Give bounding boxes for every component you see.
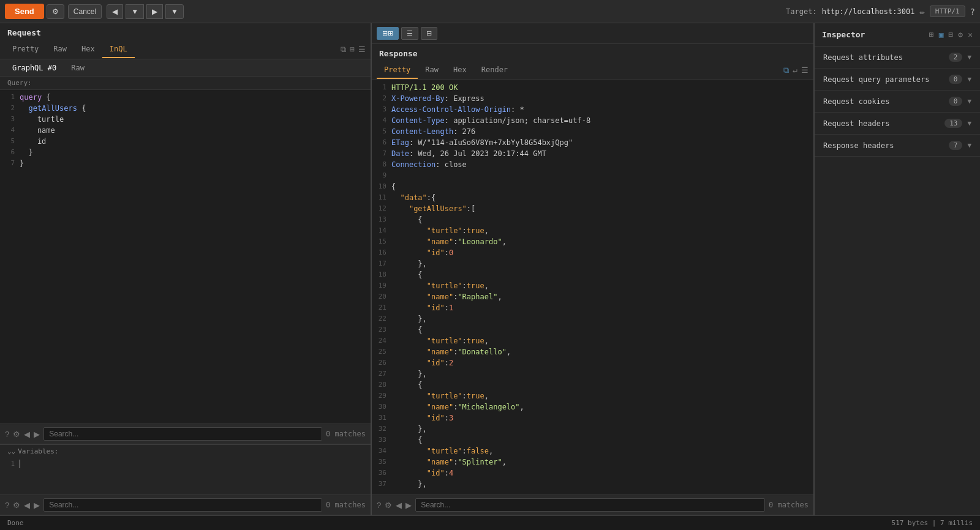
variables-label: Variables: — [18, 447, 58, 455]
inspector-section-3[interactable]: Request headers13▼ — [815, 113, 980, 135]
table-row: 2 getAllUsers { — [0, 103, 371, 114]
inspector-section-0[interactable]: Request attributes2▼ — [815, 47, 980, 69]
inspector-close-icon[interactable]: ✕ — [968, 30, 973, 39]
table-row: 36 "id":4 — [372, 468, 813, 479]
variables-body[interactable]: 1 — [0, 458, 371, 495]
table-row: 33 { — [372, 435, 813, 446]
request-bottom-match-count: 0 matches — [326, 501, 366, 509]
response-tab-pretty[interactable]: Pretty — [377, 62, 418, 79]
inspector-grid-icon[interactable]: ⊞ — [929, 30, 934, 39]
table-row: 1query { — [0, 92, 371, 103]
request-bottom-search-prev-button[interactable]: ◀ — [24, 501, 30, 510]
response-tab-icons: ⧉ ↵ ☰ — [783, 65, 809, 75]
request-subtabs-bar: GraphQL #0 Raw — [0, 59, 371, 77]
inspector-settings-icon[interactable]: ⚙ — [958, 30, 963, 39]
request-bottom-search-help-button[interactable]: ? — [5, 501, 9, 510]
nav-forward-button[interactable]: ▶ — [146, 4, 163, 19]
subtab-graphql[interactable]: GraphQL #0 — [5, 61, 64, 75]
table-row: 3Access-Control-Allow-Origin: * — [372, 105, 813, 116]
expand-icon[interactable]: ⊞ — [350, 45, 355, 54]
nav-dropdown-button[interactable]: ▼ — [126, 4, 144, 19]
request-match-count: 0 matches — [326, 430, 366, 438]
table-row: 7} — [0, 159, 371, 170]
tab-icons: ⧉ ⊞ ☰ — [341, 45, 366, 54]
request-search-settings-button[interactable]: ⚙ — [13, 430, 20, 439]
table-row: 11 "data":{ — [372, 193, 813, 204]
response-search-settings-button[interactable]: ⚙ — [385, 501, 392, 510]
send-button[interactable]: Send — [5, 4, 44, 19]
inspector-section-1[interactable]: Request query parameters0▼ — [815, 69, 980, 91]
table-row: 17 }, — [372, 259, 813, 270]
table-row: 9 — [372, 171, 813, 182]
settings-button[interactable]: ⚙ — [47, 4, 64, 19]
tab-hex[interactable]: Hex — [74, 41, 102, 58]
request-search-input[interactable] — [43, 427, 322, 441]
inspector-title: Inspector — [822, 30, 929, 39]
view-columns-button[interactable]: ⊟ — [421, 27, 437, 40]
table-row: 13 { — [372, 215, 813, 226]
table-row: 21 "id":1 — [372, 303, 813, 314]
subtab-raw[interactable]: Raw — [64, 61, 92, 75]
inspector-section-2[interactable]: Request cookies0▼ — [815, 91, 980, 113]
tab-pretty[interactable]: Pretty — [5, 41, 46, 58]
table-row: 4Content-Type: application/json; charset… — [372, 116, 813, 127]
request-bottom-search-input[interactable] — [43, 498, 322, 512]
table-row: 3 turtle — [0, 114, 371, 125]
table-row: 27 }, — [372, 369, 813, 380]
copy-icon[interactable]: ⧉ — [341, 45, 346, 54]
nav-back-button[interactable]: ◀ — [107, 4, 123, 19]
cancel-button[interactable]: Cancel — [68, 4, 102, 19]
table-row: 35 "name":"Splinter", — [372, 457, 813, 468]
table-row: 23 { — [372, 325, 813, 336]
response-search-help-button[interactable]: ? — [377, 501, 381, 510]
response-search-bar: ? ⚙ ◀ ▶ 0 matches — [372, 495, 813, 515]
table-row: 6ETag: W/"114-aIuSo6V8Ym+7xbYyl8G54bxjQp… — [372, 138, 813, 149]
status-text: Done — [7, 519, 892, 527]
table-row: 1HTTP/1.1 200 OK — [372, 83, 813, 94]
response-tab-hex[interactable]: Hex — [446, 62, 474, 79]
table-row: 12 "getAllUsers":[ — [372, 204, 813, 215]
main-content: Request Pretty Raw Hex InQL ⧉ ⊞ ☰ GraphQ… — [0, 23, 980, 515]
response-tab-raw[interactable]: Raw — [418, 62, 446, 79]
response-search-prev-button[interactable]: ◀ — [396, 501, 402, 510]
nav-forward-dropdown-button[interactable]: ▼ — [165, 4, 184, 19]
response-search-input[interactable] — [415, 498, 765, 512]
response-code-area[interactable]: 1HTTP/1.1 200 OK2X-Powered-By: Express3A… — [372, 80, 813, 495]
tab-raw[interactable]: Raw — [46, 41, 74, 58]
menu-icon[interactable]: ☰ — [358, 45, 366, 54]
response-copy-icon[interactable]: ⧉ — [783, 65, 789, 75]
table-row: 30 "name":"Michelangelo", — [372, 402, 813, 413]
response-search-next-button[interactable]: ▶ — [405, 501, 412, 510]
request-bottom-search-settings-button[interactable]: ⚙ — [13, 501, 20, 510]
inspector-section-4[interactable]: Response headers7▼ — [815, 135, 980, 157]
table-row: 37 }, — [372, 479, 813, 490]
request-search-next-button[interactable]: ▶ — [34, 430, 40, 439]
table-row: 18 { — [372, 270, 813, 281]
tab-inql[interactable]: InQL — [102, 41, 135, 58]
request-search-help-button[interactable]: ? — [5, 430, 9, 439]
inspector-active-icon[interactable]: ▣ — [939, 30, 944, 39]
table-row: 31 "id":3 — [372, 413, 813, 424]
request-code-area[interactable]: 1query {2 getAllUsers {3 turtle4 name5 i… — [0, 90, 371, 424]
inspector-header: Inspector ⊞ ▣ ⊟ ⚙ ✕ — [815, 23, 980, 47]
view-grid-button[interactable]: ⊞⊞ — [377, 27, 399, 40]
table-row: 8Connection: close — [372, 160, 813, 171]
edit-icon[interactable]: ✏ — [919, 7, 924, 17]
query-label: Query: — [0, 77, 371, 90]
target-info: Target: http://localhost:3001 ✏ HTTP/1 ? — [786, 6, 975, 17]
chevron-down-icon: ▼ — [967, 53, 971, 61]
request-bottom-search-next-button[interactable]: ▶ — [34, 501, 40, 510]
response-tabs-bar: Pretty Raw Hex Render ⧉ ↵ ☰ — [372, 61, 813, 80]
inspector-icons: ⊞ ▣ ⊟ ⚙ ✕ — [929, 30, 973, 39]
response-menu-icon[interactable]: ☰ — [801, 65, 809, 75]
response-newline-icon[interactable]: ↵ — [793, 65, 797, 75]
table-row: 26 "id":2 — [372, 358, 813, 369]
chevron-down-icon: ▼ — [967, 141, 971, 149]
inspector-align-icon[interactable]: ⊟ — [949, 30, 954, 39]
request-search-prev-button[interactable]: ◀ — [24, 430, 30, 439]
view-list-button[interactable]: ☰ — [401, 27, 418, 40]
help-icon[interactable]: ? — [970, 7, 975, 17]
response-tab-render[interactable]: Render — [474, 62, 515, 79]
variables-section: ⌄⌄ Variables: 1 — [0, 444, 371, 495]
request-search-bar: ? ⚙ ◀ ▶ 0 matches — [0, 424, 371, 444]
